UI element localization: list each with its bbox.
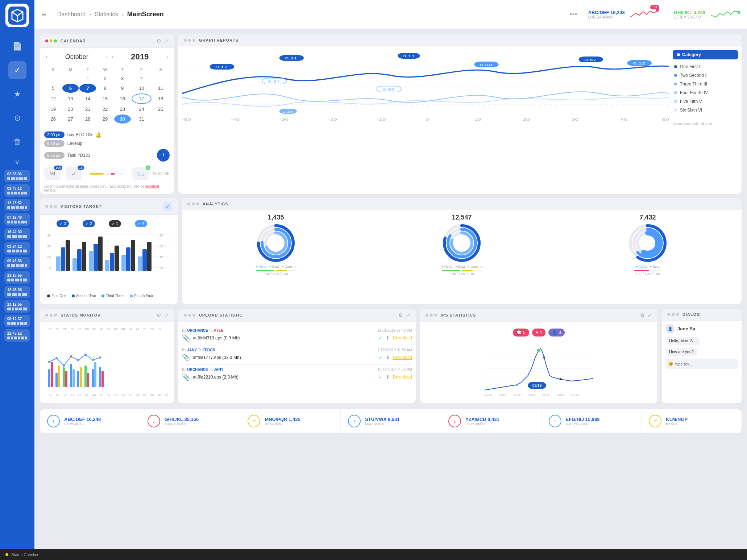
dialog-panel-dots [667, 313, 679, 316]
calendar-day[interactable]: 30 [114, 114, 131, 124]
sidebar-check-icon[interactable]: ✓ [8, 61, 26, 79]
legend-item-5: Five Fifth V [673, 97, 738, 106]
dialog-emoji-icon[interactable]: 😊 [668, 362, 673, 366]
topbar-stat1-chart: 101 [630, 8, 659, 21]
calendar-year-next-btn[interactable]: › [110, 52, 115, 62]
dialog-input[interactable] [675, 362, 735, 366]
download-link-3[interactable]: Download [393, 375, 412, 380]
calendar-day[interactable]: 20 [62, 105, 79, 114]
calendar-expand-icon[interactable]: ⤢ [164, 38, 169, 44]
sidebar-more-icon[interactable]: ∨ [14, 158, 20, 166]
sidebar-progress-item: 07:12:40 [4, 213, 30, 226]
topbar-stat1-sub: LOREM 400/00 [588, 15, 625, 19]
calendar-envelope-btn[interactable]: 📨 4 [132, 167, 149, 180]
calendar-day[interactable]: 17 [132, 93, 152, 104]
sidebar-progress-time: 12:45:38 [7, 288, 27, 292]
calendar-day[interactable]: 25 [152, 105, 169, 114]
legend-item-6: Six Sixth VI [673, 106, 738, 114]
svg-point-124 [99, 356, 101, 359]
calendar-add-btn[interactable]: + [157, 149, 170, 162]
cal-event1-text: buy BTC 10k [67, 132, 92, 137]
bottom-stat4-sub: MULT 408/06 [365, 422, 399, 426]
sidebar-progress-item: 23:12:55 [4, 300, 30, 313]
upload-expand-icon[interactable]: ⤢ [406, 312, 410, 318]
status-expand-icon[interactable]: ⤢ [164, 312, 169, 318]
sidebar-progress-bars [7, 221, 27, 223]
bottom-stat4-label: STU/VWX 8,631 [365, 417, 399, 422]
visitors-legend-1: First One [47, 294, 66, 298]
calendar-day[interactable]: 19 [45, 105, 62, 114]
calendar-next-btn[interactable]: › [165, 52, 170, 62]
legend-item-4: Four Fourth IV [673, 88, 738, 97]
upload-gear-icon[interactable]: ⚙ [398, 312, 403, 318]
calendar-day[interactable]: 21 [79, 105, 96, 114]
calendar-day[interactable]: 29 [97, 114, 113, 124]
download-link-2[interactable]: Download [393, 355, 412, 360]
calendar-day[interactable]: 15 [97, 93, 113, 104]
sidebar-progress-time: 23:12:55 [7, 302, 27, 306]
dialog-username: Jane Sa [677, 326, 695, 331]
calendar-day[interactable]: 7 [79, 84, 96, 93]
breadcrumb-dashboard[interactable]: Dashboard [57, 11, 86, 18]
calendar-check-btn[interactable]: ✓ 16 [66, 167, 82, 180]
ips-header: IPS STATISTICS ⚙ ⤢ [420, 309, 657, 322]
calendar-day[interactable]: 2 [97, 74, 113, 83]
calendar-day[interactable]: 11 [152, 84, 169, 93]
sidebar-doc-icon[interactable]: 📄 [8, 37, 26, 55]
calendar-day[interactable]: 1 [79, 74, 96, 83]
calendar-day[interactable]: 26 [45, 114, 62, 124]
calendar-day[interactable]: 4 [132, 74, 152, 83]
calendar-day[interactable]: 27 [62, 114, 79, 124]
calendar-day[interactable]: 18 [152, 93, 169, 104]
sidebar-progress-bars [7, 279, 27, 281]
sidebar-progress-time: 16:42:30 [7, 230, 27, 234]
menu-icon[interactable]: ≡ [42, 10, 46, 19]
app-logo[interactable] [5, 4, 29, 27]
analytics-body: 1,435 ● Alpha● Beta● Gamma [182, 210, 742, 279]
ips-expand-icon[interactable]: ⤢ [648, 312, 652, 318]
calendar-day[interactable]: 28 [79, 114, 96, 124]
sidebar-progress-item: 02:58:36 [4, 170, 30, 182]
cal-event2-text: Levelup [67, 141, 83, 146]
calendar-gear-icon[interactable]: ⚙ [157, 38, 161, 44]
calendar-day[interactable]: 6 [62, 84, 79, 93]
calendar-year-prev-btn[interactable]: ‹ [104, 52, 109, 62]
calendar-prev-btn[interactable]: ‹ [44, 52, 49, 62]
sidebar-camera-icon[interactable]: ⊙ [8, 109, 26, 127]
calendar-day[interactable]: 10 [132, 84, 152, 93]
calendar-day[interactable]: 23 [114, 105, 131, 114]
analytics-labels-3: ● Alpha● Beta [636, 265, 660, 268]
upload-item1-content: 📎 attfileM313.eps (0.9 Mb) ✓ ⬇ Download [182, 334, 412, 342]
topbar-more-button[interactable]: ••• [570, 10, 577, 18]
status-gear-icon[interactable]: ⚙ [157, 312, 161, 318]
legend-dot-1 [674, 65, 677, 68]
calendar-day[interactable]: 14 [79, 93, 96, 104]
sidebar-trash-icon[interactable]: 🗑 [8, 133, 26, 151]
verified-icon-3: ✓ [378, 374, 383, 380]
calendar-day[interactable]: 16 [114, 93, 131, 104]
topbar-stat-1: ABC/DEF 16,248 LOREM 400/00 101 [588, 8, 659, 21]
svg-rect-52 [94, 244, 98, 271]
calendar-nav: ‹ October ‹ › 2019 › [44, 52, 170, 62]
calendar-day[interactable]: 5 [45, 84, 62, 93]
visitors-expand-icon[interactable]: ⤢ [163, 202, 172, 211]
calendar-day[interactable]: 3 [114, 74, 131, 83]
svg-text:20: 20 [523, 118, 530, 121]
breadcrumb-statistics[interactable]: Statistics [95, 11, 118, 18]
svg-rect-116 [101, 371, 104, 387]
dialog-bubble-2: How are you? [665, 348, 697, 356]
calendar-day[interactable]: 13 [62, 93, 79, 104]
svg-text:20: 20 [47, 255, 51, 259]
sidebar-star-icon[interactable]: ★ [8, 85, 26, 103]
download-link-1[interactable]: Download [393, 335, 412, 340]
calendar-mail-btn[interactable]: ✉ 105 [44, 167, 61, 180]
calendar-day[interactable]: 8 [97, 84, 113, 93]
calendar-day[interactable]: 9 [114, 84, 131, 93]
ips-badge-heart: ♥ 4 [532, 329, 545, 337]
calendar-day[interactable]: 22 [97, 105, 113, 114]
calendar-day[interactable]: 12 [45, 93, 62, 104]
calendar-day[interactable]: 31 [132, 114, 152, 124]
calendar-day[interactable]: 24 [132, 105, 152, 114]
ips-gear-icon[interactable]: ⚙ [640, 312, 645, 318]
svg-rect-110 [80, 367, 82, 387]
